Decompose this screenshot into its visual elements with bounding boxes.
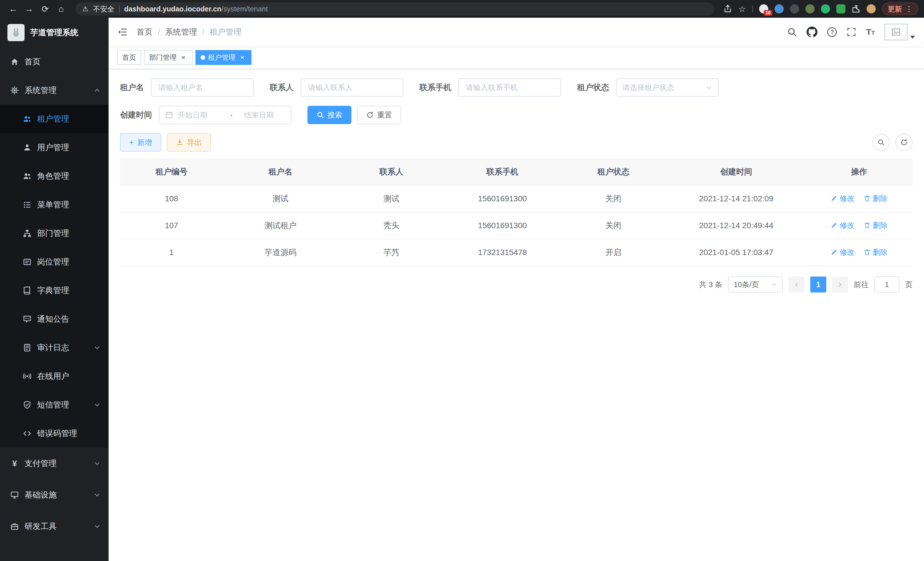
tenant-name-input[interactable]	[151, 78, 254, 97]
sidebar-item-home[interactable]: 首页	[0, 47, 109, 76]
update-label: 更新	[888, 4, 902, 14]
cell-id: 1	[120, 239, 223, 266]
trash-icon	[864, 195, 871, 202]
sidebar-item-errorcode[interactable]: 错误码管理	[0, 419, 109, 448]
tenant-users-icon	[23, 115, 32, 123]
sidebar-item-sms[interactable]: 短信管理	[0, 391, 109, 419]
add-button[interactable]: + 新增	[120, 133, 161, 152]
edit-button[interactable]: 修改	[831, 247, 855, 257]
app-title: 芋道管理系统	[30, 27, 78, 38]
field-label: 租户名	[120, 82, 144, 93]
sidebar-item-devtools[interactable]: 研发工具	[0, 511, 109, 542]
close-icon[interactable]: ×	[238, 53, 246, 62]
extension-icon-6[interactable]	[836, 4, 845, 14]
font-size-icon[interactable]: TT	[866, 28, 875, 36]
sidebar-item-role[interactable]: 角色管理	[0, 162, 109, 190]
user-avatar-menu[interactable]	[885, 24, 915, 40]
sidebar-item-label: 支付管理	[25, 458, 57, 469]
home-icon[interactable]: ⌂	[54, 2, 69, 16]
profile-avatar-icon[interactable]	[867, 4, 876, 14]
phone-input[interactable]	[458, 78, 561, 97]
sidebar-item-system[interactable]: 系统管理	[0, 76, 109, 105]
tab-tenant[interactable]: 租户管理 ×	[195, 50, 251, 65]
sidebar-item-menu[interactable]: 菜单管理	[0, 190, 109, 219]
online-signal-icon	[23, 372, 32, 381]
close-icon[interactable]: ×	[179, 53, 188, 62]
sidebar-item-auditlog[interactable]: 审计日志	[0, 333, 109, 362]
date-end-placeholder: 结束日期	[244, 110, 285, 120]
search-icon[interactable]	[787, 27, 797, 37]
filter-row-1: 租户名 联系人 联系手机 租户状态 请选择租户状态	[120, 78, 913, 97]
contact-input[interactable]	[301, 78, 404, 97]
delete-button[interactable]: 删除	[864, 220, 888, 230]
extension-icon-3[interactable]	[790, 4, 799, 14]
search-button[interactable]: 搜索	[308, 106, 351, 124]
filter-contact: 联系人	[270, 78, 404, 97]
page-number[interactable]: 1	[810, 277, 826, 293]
tenant-table: 租户编号 租户名 联系人 联系手机 租户状态 创建时间 操作 108 测试 测试	[120, 158, 913, 266]
trash-icon	[864, 249, 871, 256]
fullscreen-icon[interactable]	[847, 27, 856, 37]
help-icon[interactable]: ?	[827, 27, 837, 37]
address-bar[interactable]: ⚠ 不安全 dashboard.yudao.iocoder.cn/system/…	[75, 2, 714, 15]
goto-page-input[interactable]	[874, 277, 899, 293]
sidebar-item-notice[interactable]: 通知公告	[0, 305, 109, 333]
page-size-select[interactable]: 10条/页	[728, 277, 783, 293]
sidebar-item-infrastructure[interactable]: 基础设施	[0, 479, 109, 511]
breadcrumb-home[interactable]: 首页	[136, 27, 153, 38]
edit-button[interactable]: 修改	[831, 194, 855, 204]
status-select[interactable]: 请选择租户状态	[616, 78, 719, 97]
next-page-button[interactable]	[832, 277, 848, 293]
sidebar-item-label: 菜单管理	[37, 199, 69, 210]
sidebar-item-payment[interactable]: ¥ 支付管理	[0, 448, 109, 479]
update-button[interactable]: 更新 ⋮	[882, 3, 918, 15]
field-label: 联系人	[270, 82, 294, 93]
browser-menu-icon[interactable]: ⋮	[905, 5, 913, 13]
home-icon	[10, 57, 19, 66]
edit-pencil-icon	[831, 222, 837, 229]
tab-dept[interactable]: 部门管理 ×	[144, 50, 193, 65]
tab-home[interactable]: 首页	[117, 50, 141, 65]
extensions-puzzle-icon[interactable]	[852, 5, 860, 13]
gear-icon	[10, 86, 19, 95]
delete-button[interactable]: 删除	[864, 247, 888, 257]
sidebar-item-dept[interactable]: 部门管理	[0, 219, 109, 248]
cell-id: 107	[120, 212, 223, 239]
monitor-icon	[10, 491, 19, 499]
yen-icon: ¥	[10, 459, 19, 468]
share-icon[interactable]	[723, 5, 732, 13]
delete-button[interactable]: 删除	[864, 194, 888, 204]
refresh-table-button[interactable]	[896, 134, 913, 151]
edit-button[interactable]: 修改	[831, 220, 855, 230]
prev-page-button[interactable]	[789, 277, 805, 293]
org-tree-icon	[23, 229, 32, 238]
reset-button[interactable]: 重置	[357, 106, 401, 124]
date-range-picker[interactable]: 开始日期 - 结束日期	[159, 106, 291, 124]
extension-icon-5[interactable]	[821, 4, 830, 14]
export-button[interactable]: 导出	[167, 133, 211, 152]
github-icon[interactable]	[807, 27, 818, 38]
cell-created: 2021-01-05 17:03:47	[667, 239, 806, 266]
sidebar-item-dict[interactable]: 字典管理	[0, 276, 109, 305]
sidebar-item-post[interactable]: 岗位管理	[0, 248, 109, 276]
back-icon[interactable]: ←	[6, 2, 21, 16]
plus-icon: +	[129, 138, 134, 146]
extension-icon-2[interactable]	[775, 4, 784, 14]
sidebar-nav: 首页 系统管理 租户管理 用户管理 角色管理	[0, 47, 109, 542]
button-label: 新增	[137, 138, 152, 147]
forward-icon[interactable]: →	[22, 2, 37, 16]
extension-icon-4[interactable]	[806, 4, 814, 14]
roles-icon	[23, 172, 32, 180]
breadcrumb-system[interactable]: 系统管理	[165, 27, 197, 38]
bookmark-star-icon[interactable]: ☆	[738, 4, 746, 14]
sidebar-item-user[interactable]: 用户管理	[0, 133, 109, 162]
reload-icon[interactable]: ⟳	[38, 2, 52, 16]
sidebar-item-label: 研发工具	[25, 521, 57, 532]
download-icon	[176, 139, 183, 146]
toggle-search-button[interactable]	[873, 134, 890, 151]
sidebar-item-tenant[interactable]: 租户管理	[0, 105, 109, 133]
sidebar-item-online-users[interactable]: 在线用户	[0, 362, 109, 391]
extension-icon-1[interactable]: 10	[759, 4, 768, 14]
sidebar-toggle-icon[interactable]	[118, 27, 128, 37]
tab-label: 部门管理	[149, 53, 177, 62]
